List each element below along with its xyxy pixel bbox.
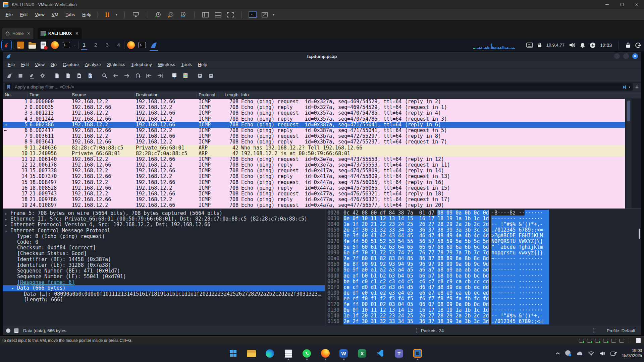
layout-sidebar-icon[interactable]	[202, 11, 210, 19]
hex-row-0050[interactable]: 00502e 2f 30 31 32 33 34 35 36 37 38 39 …	[325, 227, 641, 233]
hex-row-0150[interactable]: 01502e 2f 30 31 32 33 34 35 36 37 38 39 …	[325, 319, 641, 324]
close-file-icon[interactable]	[74, 71, 84, 80]
harddisk-device-icon[interactable]	[579, 339, 584, 343]
taskbar-teams-icon[interactable]: T	[393, 347, 405, 360]
column-header-length[interactable]: Length	[225, 92, 238, 97]
pause-button[interactable]	[103, 11, 111, 19]
first-packet-icon[interactable]	[144, 71, 154, 80]
tab-home[interactable]: Home ✕	[2, 28, 33, 39]
column-header-info[interactable]: Info	[241, 92, 249, 97]
hex-row-0070[interactable]: 00704e 4f 50 51 52 53 54 55 56 57 58 59 …	[325, 239, 641, 244]
packet-row-4[interactable]: 43.001244192.168.12.66192.168.12.2ICMP70…	[3, 116, 625, 122]
filter-apply-icon[interactable]	[622, 85, 627, 89]
kali-menu-button[interactable]	[2, 40, 11, 50]
packet-row-3[interactable]: 33.001213192.168.12.2192.168.12.66ICMP70…	[3, 110, 625, 116]
vpn-lock-icon[interactable]	[537, 42, 542, 48]
packet-list-scrollbar[interactable]	[626, 99, 631, 208]
packet-list-header[interactable]: No.TimeSourceDestinationProtocolLengthIn…	[3, 92, 641, 99]
firefox-window-icon[interactable]	[127, 41, 135, 49]
packet-row-7[interactable]: 79.003611192.168.12.2192.168.12.66ICMP70…	[3, 133, 625, 139]
reload-file-icon[interactable]	[86, 71, 95, 80]
workspace-4[interactable]: 4	[116, 41, 122, 50]
hex-row-0060[interactable]: 00603e 3f 40 41 42 43 44 45 46 47 48 49 …	[325, 233, 641, 239]
hex-row-00b0[interactable]: 00b08e 8f 90 91 92 93 94 95 96 97 98 99 …	[325, 261, 641, 267]
filter-bookmark-icon[interactable]	[5, 84, 12, 90]
menu-item-vm[interactable]: VM	[48, 12, 62, 17]
tab-kali-linux[interactable]: KALI LINUX ✕	[38, 28, 82, 39]
ws-maximize-button[interactable]	[623, 53, 629, 59]
tray-chevron-icon[interactable]	[555, 351, 560, 355]
go-forward-icon[interactable]	[122, 71, 131, 80]
packet-row-10[interactable]: 1011.240956Private_66:68:0182:28:c7:0a:8…	[3, 151, 625, 157]
app-launcher-icon[interactable]	[16, 41, 25, 49]
console-view-icon[interactable]: >_	[249, 12, 256, 17]
hex-row-00e0[interactable]: 00e0be bf c0 c1 c2 c3 c4 c5 c6 c7 c8 c9 …	[325, 279, 641, 285]
tab-kali-close-icon[interactable]: ✕	[75, 31, 78, 36]
taskbar-word-icon[interactable]: W	[338, 347, 350, 360]
capture-comment-icon[interactable]	[14, 328, 18, 333]
packet-row-6[interactable]: ←66.002417192.168.12.66192.168.12.2ICMP7…	[3, 128, 625, 133]
ctrl-alt-del-icon[interactable]	[132, 11, 140, 19]
menu-item-view[interactable]: View	[31, 12, 48, 17]
column-header-destination[interactable]: Destination	[136, 92, 159, 97]
headset-icon[interactable]	[565, 350, 571, 356]
usb-device-icon[interactable]	[603, 339, 608, 343]
colorize-icon[interactable]	[181, 71, 190, 80]
packet-row-1[interactable]: 10.000000192.168.12.2192.168.12.66ICMP70…	[3, 99, 625, 105]
filter-dropdown-icon[interactable]: ▾	[629, 85, 631, 89]
detail-line[interactable]: ▾Data (666 bytes)	[3, 285, 325, 291]
launcher-dropdown-icon[interactable]: ⌄	[73, 44, 76, 47]
tray-clock[interactable]: 19:03 15/07/2025	[622, 348, 642, 358]
last-packet-icon[interactable]	[155, 71, 165, 80]
column-header-time[interactable]: Time	[30, 92, 40, 97]
logout-icon[interactable]	[635, 42, 641, 48]
menu-item-file[interactable]: File	[5, 62, 18, 67]
close-button[interactable]: ✕	[629, 0, 644, 9]
taskbar-explorer-icon[interactable]	[246, 347, 257, 360]
expand-dropdown-icon[interactable]: ▾	[273, 13, 275, 16]
wireshark-window-icon[interactable]	[150, 41, 158, 49]
menu-item-tools[interactable]: Tools	[178, 62, 195, 67]
find-packet-icon[interactable]	[100, 71, 109, 80]
display-settings-icon[interactable]	[526, 43, 533, 48]
taskbar-excel-icon[interactable]: X	[357, 347, 368, 360]
menu-item-telephony[interactable]: Telephony	[128, 62, 155, 67]
detail-line[interactable]: [Length: 666]	[3, 297, 325, 303]
taskbar-vscode-icon[interactable]	[375, 347, 386, 360]
packet-row-18[interactable]: 1821.009786192.168.12.66192.168.12.2ICMP…	[3, 197, 625, 202]
hex-row-0040[interactable]: 00401e 1f 20 21 22 23 24 25 26 27 28 29 …	[325, 222, 641, 227]
minimize-button[interactable]	[600, 0, 614, 9]
hex-row-00a0[interactable]: 00a07e 7f 80 81 82 83 84 85 86 87 88 89 …	[325, 256, 641, 261]
detail-line[interactable]: Identifier (BE): 14458 (0x387a)	[3, 257, 325, 262]
menu-item-analyze[interactable]: Analyze	[82, 62, 104, 67]
menu-item-view[interactable]: View	[32, 62, 48, 67]
terminal-launcher-icon[interactable]: $	[62, 41, 70, 49]
detail-line[interactable]: Code: 0	[3, 239, 325, 245]
hex-row-0120[interactable]: 0120fe ff 00 01 02 03 04 05 06 07 08 09 …	[325, 302, 641, 307]
power-status-icon[interactable]	[590, 42, 596, 48]
go-to-packet-icon[interactable]	[133, 71, 143, 80]
snapshot-manager-icon[interactable]	[179, 11, 187, 19]
network-device-icon[interactable]	[595, 339, 600, 343]
layout-console-icon[interactable]	[214, 11, 222, 19]
zoom-in-icon[interactable]	[195, 71, 205, 80]
restart-capture-icon[interactable]	[27, 71, 36, 80]
packet-row-8[interactable]: 89.003641192.168.12.66192.168.12.2ICMP70…	[3, 139, 625, 145]
auto-scroll-icon[interactable]	[170, 71, 179, 80]
hex-row-0020[interactable]: 00200c 42 08 00 df 84 38 7a 01 d7 08 09 …	[325, 210, 641, 216]
taskbar-notepad-icon[interactable]	[283, 347, 294, 360]
packet-row-12[interactable]: 1212.006178192.168.12.66192.168.12.2ICMP…	[3, 162, 625, 168]
detail-line[interactable]: Data […]: 08090a0b0c0d0e0f10111213141516…	[3, 291, 325, 297]
detail-line[interactable]: Checksum: 0xdf84 [correct]	[3, 245, 325, 251]
notifications-icon[interactable]	[580, 42, 585, 48]
file-manager-icon[interactable]	[28, 41, 36, 49]
packet-row-2[interactable]: 20.000035192.168.12.66192.168.12.2ICMP70…	[3, 105, 625, 110]
pause-dropdown-icon[interactable]: ▾	[116, 13, 117, 16]
hex-row-00f0[interactable]: 00f0ce cf d0 d1 d2 d3 d4 d5 d6 d7 d8 d9 …	[325, 285, 641, 290]
go-back-icon[interactable]	[111, 71, 120, 80]
tab-home-close-icon[interactable]: ✕	[27, 31, 30, 36]
zoom-out-icon[interactable]	[206, 71, 216, 80]
menu-item-help[interactable]: Help	[78, 12, 95, 17]
snapshot-take-icon[interactable]	[154, 11, 162, 19]
taskbar-vmware-icon[interactable]	[412, 347, 423, 360]
